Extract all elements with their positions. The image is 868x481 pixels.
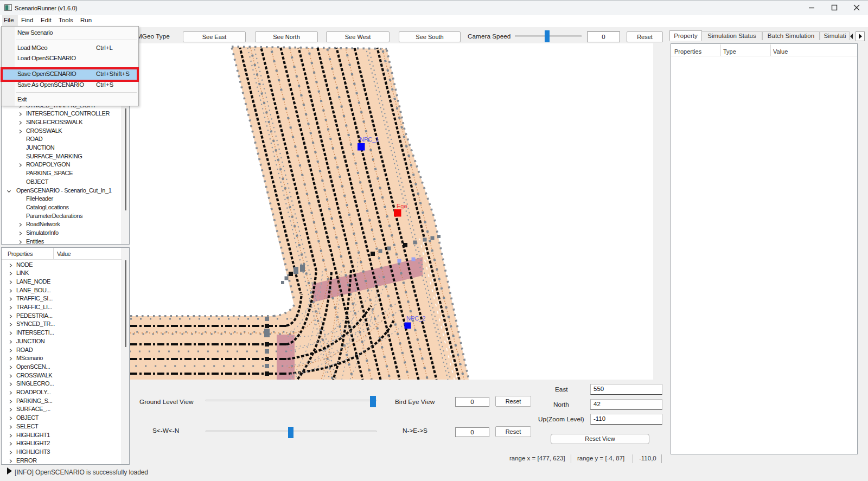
svg-text:Ego: Ego	[397, 203, 407, 209]
svg-text:NPC_2: NPC_2	[406, 315, 425, 322]
svg-text:NPC_1: NPC_1	[360, 136, 379, 143]
